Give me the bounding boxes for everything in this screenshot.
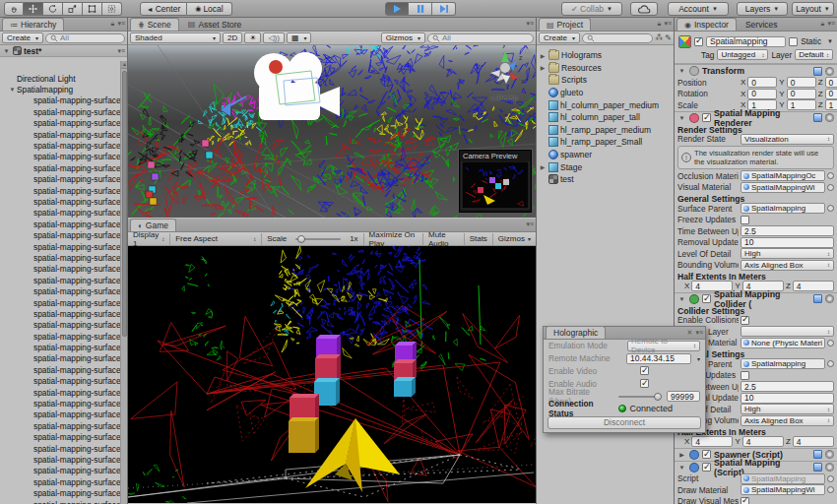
hierarchy-item[interactable]: spatial-mapping-surface1_: [0, 364, 120, 375]
create-dropdown[interactable]: Create▾: [2, 32, 43, 43]
hierarchy-item[interactable]: spatial-mapping-surface1_: [0, 476, 120, 487]
project-item[interactable]: hl_column_paper_tall: [539, 111, 672, 124]
bitrate-slider[interactable]: [618, 396, 660, 398]
panel-menu-icon[interactable]: ▾≡: [695, 329, 703, 337]
hierarchy-item[interactable]: spatial-mapping-surface0_: [0, 285, 120, 296]
hierarchy-item[interactable]: spatial-mapping-surface0_: [0, 185, 120, 196]
hierarchy-item[interactable]: spatial-mapping-surface1_: [0, 443, 120, 454]
transform-tool-icon[interactable]: [102, 2, 122, 16]
account-button[interactable]: Account▼: [668, 2, 729, 16]
hierarchy-item[interactable]: spatial-mapping-surface0_: [0, 162, 120, 173]
chevron-down-icon[interactable]: ▾: [697, 355, 700, 362]
layout-button[interactable]: Layout▼: [792, 2, 834, 16]
dropdown-field[interactable]: Axis Aligned Box↕: [740, 260, 834, 271]
hierarchy-item[interactable]: spatial-mapping-surface0_: [0, 275, 120, 285]
checkbox[interactable]: [740, 371, 749, 380]
dropdown-field[interactable]: Axis Aligned Box↕: [740, 415, 834, 426]
object-picker-icon[interactable]: [827, 360, 834, 367]
dropdown-field[interactable]: High↕: [740, 248, 834, 259]
scene-row[interactable]: ▼ test* ▾≡: [0, 45, 127, 57]
lock-icon[interactable]: 🔒︎: [111, 20, 115, 28]
step-button[interactable]: [432, 2, 456, 16]
checkbox[interactable]: [640, 366, 649, 375]
hierarchy-item[interactable]: spatial-mapping-surface1_: [0, 410, 120, 420]
mute-audio-toggle[interactable]: Mute Audio: [423, 233, 465, 245]
hierarchy-item[interactable]: spatial-mapping-surface0_: [0, 196, 120, 207]
object-field[interactable]: SpatialMapping: [740, 473, 825, 484]
project-item[interactable]: ▶Resources: [539, 62, 672, 75]
vector-x-field[interactable]: 0: [747, 77, 777, 88]
hierarchy-item[interactable]: spatial-mapping-surface1_: [0, 432, 120, 443]
hierarchy-item[interactable]: spatial-mapping-surface0_: [0, 152, 120, 162]
hierarchy-item[interactable]: spatial-mapping-surface0_: [0, 252, 120, 263]
hierarchy-item[interactable]: spatial-mapping-surface0_: [0, 264, 120, 275]
tab-inspector[interactable]: ◉Inspector: [676, 18, 737, 31]
object-field[interactable]: None (Physic Materi: [740, 338, 825, 348]
hierarchy-item[interactable]: spatial-mapping-surface0_: [0, 118, 120, 129]
hierarchy-item[interactable]: spatial-mapping-surface0_: [0, 229, 120, 240]
layers-button[interactable]: Layers▼: [737, 2, 788, 16]
foldout-icon[interactable]: ▼: [677, 68, 686, 74]
gear-icon[interactable]: [825, 450, 834, 459]
move-tool-icon[interactable]: [24, 2, 43, 16]
audio-toggle-icon[interactable]: ◁)): [263, 32, 284, 43]
hierarchy-scrollbar[interactable]: ▲: [120, 61, 127, 504]
help-icon[interactable]: [813, 463, 822, 472]
vector-x-field[interactable]: 4: [691, 436, 733, 447]
text-field[interactable]: 10: [740, 393, 834, 404]
panel-menu-icon[interactable]: ▾≡: [664, 20, 672, 28]
object-field[interactable]: Spatialmapping: [740, 358, 825, 369]
hierarchy-item[interactable]: spatial-mapping-surface1_: [0, 499, 120, 504]
play-button[interactable]: [385, 2, 409, 16]
space-button[interactable]: ◉Local: [187, 2, 232, 16]
component-header[interactable]: ▼Spatial Mapping Collider (: [675, 292, 837, 305]
project-item[interactable]: spawner: [539, 149, 672, 161]
hierarchy-item[interactable]: spatial-mapping-surface0_: [0, 95, 120, 106]
project-item[interactable]: test: [539, 173, 672, 186]
gear-icon[interactable]: [825, 463, 834, 472]
help-icon[interactable]: [813, 450, 822, 459]
checkbox[interactable]: [740, 497, 749, 504]
vector-x-field[interactable]: 0: [747, 89, 777, 99]
component-enabled-checkbox[interactable]: [702, 113, 711, 122]
hierarchy-item[interactable]: spatial-mapping-surface1_: [0, 398, 120, 409]
panel-menu-icon[interactable]: ▾≡: [117, 20, 125, 28]
text-field[interactable]: 10: [740, 237, 834, 248]
foldout-icon[interactable]: ▼: [677, 296, 686, 302]
rect-tool-icon[interactable]: [83, 2, 102, 16]
foldout-icon[interactable]: ▼: [2, 48, 11, 54]
maximize-on-play-toggle[interactable]: Maximize On Play: [363, 233, 423, 245]
dropdown-field[interactable]: Remote to Device↕: [627, 341, 700, 351]
hierarchy-item[interactable]: spatial-mapping-surface0_: [0, 353, 120, 364]
panel-menu-icon[interactable]: ▾≡: [526, 220, 534, 228]
project-item[interactable]: ▶Stage: [539, 160, 672, 173]
hierarchy-item[interactable]: spatial-mapping-surface0_: [0, 320, 120, 331]
text-field[interactable]: 2.5: [740, 381, 834, 392]
game-gizmos-dropdown[interactable]: Gizmos▾: [493, 233, 536, 245]
project-item[interactable]: glueto: [539, 87, 672, 99]
panel-menu-icon[interactable]: ▾≡: [526, 20, 534, 28]
persp-label[interactable]: ◅ Persp: [489, 94, 518, 102]
scene-viewport[interactable]: yzx ◅ Persp Camera Preview: [128, 45, 536, 218]
scene-search-input[interactable]: All: [427, 33, 534, 43]
hierarchy-search-input[interactable]: All: [45, 33, 125, 43]
checkbox[interactable]: [740, 216, 749, 224]
foldout-icon[interactable]: ▶: [539, 163, 547, 170]
hierarchy-item[interactable]: spatial-mapping-surface0_: [0, 174, 120, 185]
checkbox[interactable]: [740, 316, 749, 325]
object-field[interactable]: SpatialMappingWi: [740, 484, 825, 495]
project-item[interactable]: hl_ramp_paper_Small: [539, 136, 672, 149]
scale-slider[interactable]: [295, 238, 341, 240]
lock-icon[interactable]: 🔒︎: [821, 20, 825, 28]
hierarchy-item[interactable]: spatial-mapping-surface0_: [0, 106, 120, 117]
object-field[interactable]: Spatialmapping: [740, 203, 825, 214]
bitrate-field[interactable]: 99999: [667, 391, 700, 402]
lock-icon[interactable]: 🔒︎: [658, 20, 662, 28]
checkbox[interactable]: [640, 379, 649, 388]
object-field[interactable]: SpatialMappingOc: [740, 170, 825, 181]
foldout-icon[interactable]: ▼: [677, 115, 686, 121]
hierarchy-item[interactable]: spatial-mapping-surface1_: [0, 376, 120, 387]
object-field[interactable]: SpatialMappingWi: [740, 182, 825, 193]
help-icon[interactable]: [813, 113, 822, 122]
gameobject-name-field[interactable]: Spatialmapping: [706, 36, 786, 47]
